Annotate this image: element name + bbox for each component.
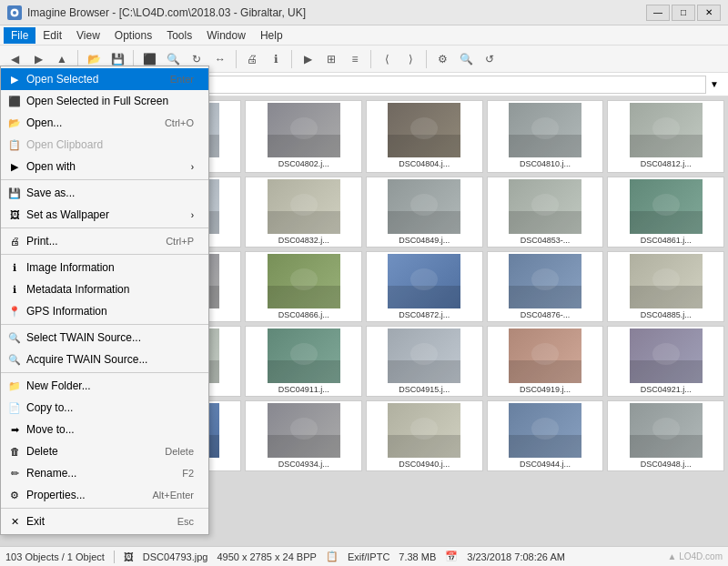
status-metadata: Exif/IPTC — [348, 551, 389, 562]
toolbar-refresh[interactable]: ↺ — [479, 48, 500, 70]
thumbnail-label: DSC04810.j... — [490, 159, 602, 168]
thumbnail-cell[interactable]: DSC04911.j... — [245, 326, 362, 397]
thumbnail-image — [268, 103, 340, 157]
menu-help[interactable]: Help — [253, 27, 290, 44]
menu-row-label: Properties... — [26, 489, 86, 501]
thumbnail-cell[interactable]: DSC04804.j... — [366, 100, 483, 173]
menu-row-set-as-wallpaper[interactable]: 🖼Set as Wallpaper› — [1, 204, 208, 226]
thumbnail-cell[interactable]: DSC04944.j... — [487, 400, 604, 471]
menu-icon: 🔍 — [6, 329, 23, 346]
menu-edit[interactable]: Edit — [35, 27, 69, 44]
thumbnail-cell[interactable]: DSC04940.j... — [366, 400, 483, 471]
menu-row-save-as-[interactable]: 💾Save as... — [1, 182, 208, 204]
menu-row-open-with[interactable]: ▶Open with› — [1, 156, 208, 177]
status-filesize: 7.38 MB — [399, 551, 436, 562]
toolbar-sep-3 — [236, 50, 237, 68]
thumbnail-cell[interactable]: DSC04812.j... — [607, 100, 724, 173]
menu-row-open-[interactable]: 📂Open...Ctrl+O — [1, 112, 208, 134]
menu-icon: 📋 — [6, 136, 23, 153]
toolbar-info[interactable]: ℹ — [265, 48, 287, 70]
svg-point-70 — [531, 343, 559, 365]
menu-icon: 🖼 — [6, 207, 23, 223]
thumbnail-label: DSC04876-... — [490, 310, 602, 319]
close-button[interactable]: ✕ — [697, 5, 721, 21]
thumbnail-cell[interactable]: DSC04866.j... — [245, 251, 362, 322]
thumbnail-cell[interactable]: DSC04915.j... — [366, 326, 483, 397]
menu-window[interactable]: Window — [199, 27, 253, 44]
menu-separator — [1, 508, 208, 509]
menu-icon: 📁 — [6, 378, 23, 394]
window-title: Imagine Browser - [C:\LO4D.com\2018.03 -… — [27, 6, 306, 19]
menu-row-open-selected-in-full-screen[interactable]: ⬛Open Selected in Full Screen — [1, 90, 208, 112]
thumbnail-cell[interactable]: DSC04802.j... — [245, 100, 362, 173]
thumbnail-cell[interactable]: DSC04849.j... — [366, 177, 483, 248]
thumbnail-cell[interactable]: DSC04921.j... — [607, 326, 724, 397]
thumbnail-label: DSC04940.j... — [369, 460, 480, 469]
toolbar-flip[interactable]: ↔ — [209, 48, 231, 70]
thumbnail-cell[interactable]: DSC04919.j... — [487, 326, 604, 397]
status-icon-date: 📅 — [445, 551, 458, 562]
thumbnail-cell[interactable]: DSC04861.j... — [607, 177, 724, 248]
menu-row-image-information[interactable]: ℹImage Information — [1, 257, 208, 278]
menu-row-properties-[interactable]: ⚙Properties...Alt+Enter — [1, 484, 208, 506]
toolbar-search[interactable]: 🔍 — [455, 48, 477, 70]
menu-tools[interactable]: Tools — [159, 27, 199, 44]
toolbar-prev[interactable]: ⟨ — [376, 48, 398, 70]
svg-point-19 — [652, 117, 680, 139]
toolbar-grid[interactable]: ⊞ — [320, 48, 342, 70]
menu-row-label: Copy to... — [26, 401, 73, 414]
menu-icon: 💾 — [6, 185, 23, 201]
menu-shortcut: Enter — [170, 74, 194, 85]
menu-row-move-to-[interactable]: ➡Move to... — [1, 419, 208, 440]
status-bar: 103 Objects / 1 Object 🖼 DSC04793.jpg 49… — [0, 546, 728, 566]
menu-icon: ➡ — [6, 421, 23, 438]
thumbnail-cell[interactable]: DSC04876-... — [487, 251, 604, 322]
menu-row-print-[interactable]: 🖨Print...Ctrl+P — [1, 230, 208, 252]
thumbnail-label: DSC04849.j... — [369, 236, 480, 245]
svg-point-55 — [652, 268, 680, 290]
thumbnail-cell[interactable]: DSC04934.j... — [245, 400, 362, 471]
thumbnail-label: DSC04804.j... — [369, 159, 480, 168]
menu-bar: File Edit View Options Tools Window Help — [0, 25, 728, 45]
menu-row-label: Metadata Information — [26, 283, 129, 296]
menu-view[interactable]: View — [69, 27, 107, 44]
toolbar-slideshow[interactable]: ▶ — [297, 48, 318, 70]
toolbar-print[interactable]: 🖨 — [241, 48, 263, 70]
menu-row-new-folder-[interactable]: 📁New Folder... — [1, 375, 208, 397]
toolbar-settings[interactable]: ⚙ — [431, 48, 453, 70]
menu-row-acquire-twain-source-[interactable]: 🔍Acquire TWAIN Source... — [1, 349, 208, 370]
thumbnail-label: DSC04861.j... — [610, 236, 722, 245]
menu-row-copy-to-[interactable]: 📄Copy to... — [1, 397, 208, 419]
menu-row-select-twain-source-[interactable]: 🔍Select TWAIN Source... — [1, 327, 208, 349]
menu-icon: 📍 — [6, 303, 23, 319]
thumbnail-cell[interactable]: DSC04810.j... — [487, 100, 604, 173]
minimize-button[interactable]: — — [646, 5, 670, 21]
toolbar-next[interactable]: ⟩ — [399, 48, 421, 70]
menu-row-gps-information[interactable]: 📍GPS Information — [1, 300, 208, 322]
menu-file[interactable]: File — [4, 27, 35, 44]
thumbnail-cell[interactable]: DSC04885.j... — [607, 251, 724, 322]
toolbar-list[interactable]: ≡ — [344, 48, 366, 70]
status-icon-img: 🖼 — [124, 551, 134, 562]
status-filename: DSC04793.jpg — [143, 551, 208, 562]
watermark: ▲ LO4D.com — [668, 551, 723, 561]
menu-icon: 📂 — [6, 115, 23, 131]
thumbnail-cell[interactable]: DSC04948.j... — [607, 400, 724, 471]
menu-row-delete[interactable]: 🗑DeleteDelete — [1, 440, 208, 462]
address-dropdown[interactable]: ▼ — [706, 79, 723, 89]
menu-row-exit[interactable]: ✕ExitEsc — [1, 510, 208, 532]
status-sep-1 — [114, 551, 115, 563]
thumbnail-cell[interactable]: DSC04872.j... — [366, 251, 483, 322]
menu-row-rename-[interactable]: ✏Rename...F2 — [1, 462, 208, 484]
menu-icon: ℹ — [6, 259, 23, 276]
menu-row-label: Open Clipboard — [26, 138, 103, 151]
title-bar-left: Imagine Browser - [C:\LO4D.com\2018.03 -… — [7, 5, 306, 20]
menu-row-open-selected[interactable]: ▶Open SelectedEnter — [1, 68, 208, 90]
menu-row-metadata-information[interactable]: ℹMetadata Information — [1, 278, 208, 300]
thumbnail-cell[interactable]: DSC04853-... — [487, 177, 604, 248]
status-icon-meta: 📋 — [326, 551, 339, 562]
maximize-button[interactable]: □ — [672, 5, 695, 21]
menu-icon: ✏ — [6, 465, 23, 481]
menu-options[interactable]: Options — [107, 27, 159, 44]
thumbnail-cell[interactable]: DSC04832.j... — [245, 177, 362, 248]
